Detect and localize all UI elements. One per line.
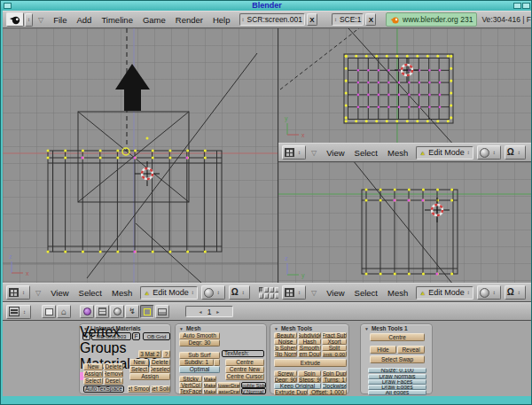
keep-original-toggle[interactable]: Keep Original <box>274 383 321 389</box>
header-collapse-icon[interactable]: ▽ <box>38 16 43 24</box>
layer-toggle[interactable] <box>259 287 263 292</box>
panel-header[interactable]: ▼ Mesh Tools 1 <box>364 325 408 331</box>
hide-button[interactable]: Hide <box>370 346 396 354</box>
screen-delete-button[interactable]: X <box>307 13 317 26</box>
menu-mesh[interactable]: Mesh <box>112 288 132 298</box>
limit-field[interactable]: Limit: 0.001 <box>322 351 347 357</box>
menu-render[interactable]: Render <box>176 15 203 25</box>
panel-header[interactable]: ▼ Mesh <box>179 325 201 331</box>
frame-next-icon[interactable]: ▸ <box>216 308 219 315</box>
sticky-make-button[interactable]: Make <box>203 376 216 382</box>
vertcol-button[interactable]: VertCol <box>179 382 202 388</box>
autotexspace-toggle[interactable]: AutoTexSpace <box>83 386 124 393</box>
clockwise-toggle[interactable]: Clockwise <box>322 383 347 389</box>
screw-button[interactable]: Screw <box>274 370 297 377</box>
pivot-dropdown[interactable]: Ω ↕ <box>229 285 250 300</box>
shading-context-button[interactable] <box>110 305 124 318</box>
menu-view[interactable]: View <box>326 288 344 298</box>
mesh-name-field[interactable]: ME:Grid.003 <box>91 332 131 340</box>
sub-surf-toggle[interactable]: Sub Surf <box>179 352 220 359</box>
extrude-button[interactable]: Extrude <box>274 359 347 367</box>
draw-mode-dropdown[interactable]: ↕ <box>477 285 501 300</box>
slower-draw-button[interactable]: SlowerDraw <box>217 382 240 388</box>
pivot-dropdown[interactable]: Ω ↕ <box>505 145 526 160</box>
spin-button[interactable]: Spin <box>298 370 321 377</box>
panel-collapse-icon[interactable]: ▼ <box>274 326 278 331</box>
degr90-field[interactable]: Degr: 90 <box>274 377 297 383</box>
viewport-splitter[interactable] <box>278 28 278 302</box>
vgroup-delete-button[interactable]: Delete <box>104 363 123 370</box>
header-collapse-icon[interactable]: ▽ <box>35 289 41 297</box>
viewport-top[interactable]: y x <box>278 28 531 143</box>
editor-type-button[interactable]: ↕ <box>6 305 31 319</box>
turns-field[interactable]: Turns: 1 <box>322 377 347 383</box>
subdiv-field[interactable]: Subdiv: 1 <box>179 359 214 366</box>
menu-view[interactable]: View <box>326 148 344 158</box>
menu-mesh[interactable]: Mesh <box>387 148 408 158</box>
home-view-button[interactable]: ⌂ <box>57 305 71 318</box>
vgroup-desel-button[interactable]: Desel. <box>104 378 123 385</box>
centre-button[interactable]: Centre <box>370 333 425 341</box>
material-new-button[interactable]: New <box>129 359 149 366</box>
reveal-button[interactable]: Reveal <box>397 346 425 354</box>
beauty-toggle[interactable]: Beauty <box>274 332 297 339</box>
centre-new-button[interactable]: Centre New <box>225 366 264 373</box>
all-edges-toggle[interactable]: All edges <box>368 390 426 395</box>
viewport-side[interactable]: z y <box>278 162 531 283</box>
panel-header[interactable]: ▼ Link and Materials <box>83 325 141 331</box>
layer-toggle[interactable] <box>270 287 274 292</box>
centre-button[interactable]: Centre <box>225 359 264 366</box>
layer-toggle[interactable] <box>264 293 269 299</box>
material-index-field[interactable]: 3 Mat 2 <box>138 350 161 358</box>
faster-draw-button[interactable]: FasterDraw <box>217 388 240 394</box>
frame-number-field[interactable]: ◂ 1 ▸ <box>185 306 233 317</box>
menu-select[interactable]: Select <box>355 148 378 158</box>
mesh-browse-button[interactable]: ▾ <box>82 332 90 340</box>
noise-button[interactable]: Noise <box>274 339 297 345</box>
menu-timeline[interactable]: Timeline <box>101 15 133 25</box>
panel-header[interactable]: ▼ Mesh Tools <box>274 325 312 331</box>
window-close-button[interactable] <box>522 3 530 9</box>
editor-type-button[interactable]: ↕ <box>282 285 306 300</box>
script-context-button[interactable] <box>95 305 109 318</box>
menu-add[interactable]: Add <box>76 15 91 25</box>
select-swap-button[interactable]: Select Swap <box>370 355 425 363</box>
spin-dup-button[interactable]: Spin Dup <box>322 370 347 377</box>
auto-smooth-toggle[interactable]: Auto Smooth <box>179 332 220 339</box>
vgroup-select-button[interactable]: Select <box>83 378 103 385</box>
mode-dropdown[interactable]: ▲ Edit Mode ↕ <box>416 146 473 160</box>
header-collapse-icon[interactable]: ▽ <box>311 149 317 157</box>
panel-collapse-icon[interactable]: ▼ <box>83 326 88 331</box>
texface-make-button[interactable]: Make <box>203 388 216 394</box>
layer-toggle[interactable] <box>259 293 263 299</box>
extrude-dup-button[interactable]: Extrude Dup <box>274 389 308 395</box>
screen-selector[interactable]: ↕ SCR:screen.001 <box>239 13 305 26</box>
version-link[interactable]: www.blender.org 231 <box>403 15 473 24</box>
smooth-button[interactable]: Smooth <box>298 345 321 351</box>
mode-dropdown[interactable]: ▲ Edit Mode ↕ <box>416 286 473 300</box>
mode-dropdown[interactable]: ▲ Edit Mode ↕ <box>140 286 197 300</box>
layer-toggle[interactable] <box>264 287 269 292</box>
logic-context-button[interactable] <box>80 305 94 318</box>
editor-type-button[interactable]: ↕ <box>6 285 30 300</box>
set-smooth-button[interactable]: Set Smooth <box>128 386 150 393</box>
texmesh-field[interactable]: TexMesh: <box>222 350 264 357</box>
double-sided-toggle[interactable]: Double Sided <box>241 382 266 388</box>
split-button[interactable]: Split <box>322 345 347 351</box>
offset-field[interactable]: Offset: 1.000 <box>309 389 347 395</box>
editor-type-button[interactable]: ↕ <box>282 145 306 160</box>
draw-mode-dropdown[interactable]: ↕ <box>201 285 225 300</box>
material-delete-button[interactable]: Delete <box>150 359 170 366</box>
vgroup-assign-button[interactable]: Assign <box>83 370 103 378</box>
xsort-button[interactable]: Xsort <box>322 339 347 345</box>
window-titlebar[interactable]: Blender <box>1 1 532 11</box>
flip-normals-button[interactable]: Flip Norm <box>274 351 297 357</box>
draw-mode-dropdown[interactable]: ↕ <box>477 145 501 160</box>
set-solid-button[interactable]: Set Solid <box>151 386 170 393</box>
texface-button[interactable]: TexFace <box>179 388 202 394</box>
nsize-field[interactable]: NSize: 0.100 <box>368 368 426 373</box>
panel-alignment-button[interactable] <box>42 305 56 318</box>
pivot-dropdown[interactable]: Ω ↕ <box>505 285 526 300</box>
editor-spinner-icon[interactable]: ↕ <box>25 13 33 27</box>
to-sphere-button[interactable]: To Sphere <box>274 345 297 351</box>
